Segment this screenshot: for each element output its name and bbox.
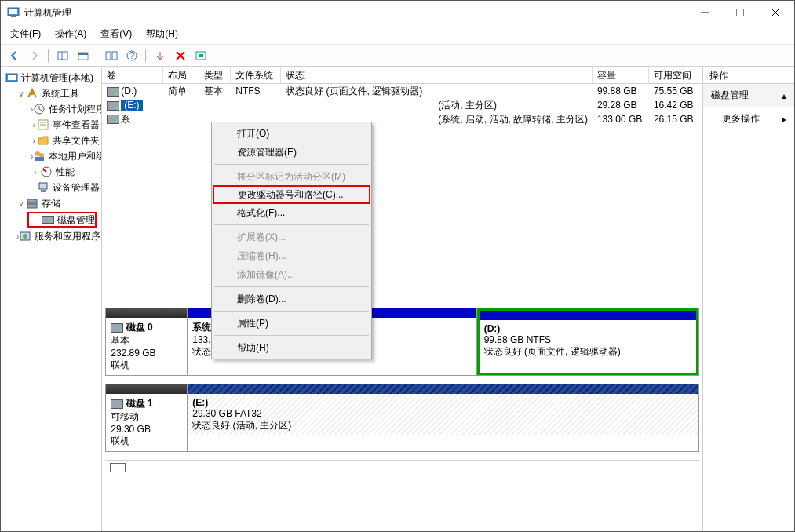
svg-rect-28: [35, 157, 44, 161]
svg-rect-7: [58, 52, 67, 60]
titlebar[interactable]: 计算机管理: [1, 1, 794, 24]
tree-services-apps[interactable]: ›服务和应用程序: [2, 228, 100, 244]
drive-icon: [107, 115, 119, 124]
window-title: 计算机管理: [24, 6, 687, 20]
svg-point-35: [23, 234, 27, 239]
toolbar: ?: [1, 45, 794, 67]
cm-properties[interactable]: 属性(P): [213, 314, 370, 333]
chevron-up-icon[interactable]: ▴: [782, 90, 786, 101]
disk-icon: [42, 216, 54, 224]
disk-label[interactable]: 磁盘 0 基本 232.89 GB 联机: [105, 308, 187, 376]
svg-rect-11: [106, 52, 111, 60]
cm-shrink: 压缩卷(H)...: [213, 246, 370, 265]
disk-row[interactable]: 磁盘 1 可移动 29.30 GB 联机 (E:) 29.30 GB FAT32…: [105, 384, 699, 452]
volume-grid-header: 卷 布局 类型 文件系统 状态 容量 可用空间: [102, 67, 702, 84]
cm-format[interactable]: 格式化(F)...: [213, 203, 370, 222]
menu-action[interactable]: 操作(A): [50, 26, 91, 42]
partition-d[interactable]: (D:) 99.88 GB NTFS 状态良好 (页面文件, 逻辑驱动器): [477, 308, 698, 375]
volume-grid[interactable]: (D:) 简单 基本 NTFS 状态良好 (页面文件, 逻辑驱动器) 99.88…: [102, 84, 702, 304]
actions-header: 操作: [703, 67, 794, 84]
cm-mirror: 添加镜像(A)...: [213, 265, 370, 284]
svg-rect-33: [27, 204, 37, 208]
forward-button[interactable]: [25, 47, 44, 64]
legend-bar: [105, 460, 699, 474]
close-button[interactable]: [757, 2, 793, 24]
svg-rect-2: [11, 16, 16, 17]
svg-text:?: ?: [129, 50, 135, 61]
col-status[interactable]: 状态: [281, 67, 593, 83]
help-button[interactable]: ?: [122, 47, 141, 64]
col-capacity[interactable]: 容量: [593, 67, 649, 83]
chevron-right-icon: ▸: [782, 114, 786, 125]
col-free[interactable]: 可用空间: [649, 67, 702, 83]
tree-device-manager[interactable]: 设备管理器: [2, 180, 100, 195]
actions-pane: 操作 磁盘管理▴ 更多操作▸: [703, 67, 794, 531]
tree-system-tools[interactable]: v系统工具: [2, 86, 100, 101]
menu-help[interactable]: 帮助(H): [141, 26, 183, 42]
drive-icon: [107, 87, 119, 97]
cm-help[interactable]: 帮助(H): [213, 338, 370, 357]
svg-rect-32: [27, 199, 37, 203]
partition-e[interactable]: (E:) 29.30 GB FAT32 状态良好 (活动, 主分区): [188, 384, 698, 451]
cm-delete[interactable]: 删除卷(D)...: [213, 290, 370, 308]
svg-rect-10: [78, 53, 88, 55]
svg-rect-18: [199, 54, 203, 57]
actions-title: 磁盘管理▴: [703, 84, 794, 107]
cm-change-drive-letter[interactable]: 更改驱动器号和路径(C)...: [213, 185, 370, 204]
svg-rect-30: [39, 183, 47, 189]
col-fs[interactable]: 文件系统: [231, 67, 281, 83]
context-menu: 打开(O) 资源管理器(E) 将分区标记为活动分区(M) 更改驱动器号和路径(C…: [211, 122, 372, 359]
svg-rect-4: [736, 9, 744, 16]
table-row[interactable]: 系 (系统, 启动, 活动, 故障转储, 主分区) 133.00 GB 26.1…: [102, 112, 702, 126]
toolbar-btn-1[interactable]: [53, 47, 72, 64]
tree-task-scheduler[interactable]: ›任务计划程序: [2, 101, 100, 117]
svg-rect-31: [41, 190, 46, 192]
minimize-button[interactable]: [687, 2, 722, 24]
cm-open[interactable]: 打开(O): [213, 124, 370, 143]
col-volume[interactable]: 卷: [102, 67, 163, 83]
disk-row[interactable]: 磁盘 0 基本 232.89 GB 联机 系统 (C:) 133.00 GB N…: [105, 308, 699, 376]
svg-rect-20: [8, 75, 16, 80]
svg-point-21: [31, 92, 34, 95]
main-content: 卷 布局 类型 文件系统 状态 容量 可用空间 (D:) 简单 基本 NTFS …: [102, 67, 703, 531]
table-row[interactable]: (E:) (活动, 主分区) 29.28 GB 16.42 GB: [102, 98, 702, 112]
col-type[interactable]: 类型: [199, 67, 231, 83]
properties-button[interactable]: [74, 47, 93, 64]
delete-button[interactable]: [171, 47, 190, 64]
tree-root[interactable]: 计算机管理(本地): [2, 70, 100, 86]
tree-storage[interactable]: v存储: [2, 195, 100, 211]
tree-disk-management[interactable]: 磁盘管理: [27, 212, 97, 228]
cm-extend: 扩展卷(X)...: [213, 228, 370, 246]
toolbar-btn-3[interactable]: [151, 47, 170, 64]
back-button[interactable]: [5, 47, 24, 64]
tree-performance[interactable]: ›性能: [2, 164, 100, 180]
tree-event-viewer[interactable]: ›事件查看器: [2, 117, 100, 133]
cm-mark-active: 将分区标记为活动分区(M): [213, 167, 370, 186]
disk-label[interactable]: 磁盘 1 可移动 29.30 GB 联机: [105, 384, 187, 452]
svg-rect-1: [9, 9, 17, 14]
menu-view[interactable]: 查看(V): [96, 26, 137, 42]
actions-more[interactable]: 更多操作▸: [703, 107, 794, 130]
navigation-tree[interactable]: 计算机管理(本地) v系统工具 ›任务计划程序 ›事件查看器 ›共享文件夹 ›本…: [1, 67, 102, 531]
disk-graphical-view: 磁盘 0 基本 232.89 GB 联机 系统 (C:) 133.00 GB N…: [102, 304, 702, 474]
toolbar-btn-4[interactable]: [191, 47, 210, 64]
app-icon: [7, 6, 20, 19]
table-row[interactable]: (D:) 简单 基本 NTFS 状态良好 (页面文件, 逻辑驱动器) 99.88…: [102, 84, 702, 98]
disk-icon: [111, 323, 123, 333]
tree-local-users[interactable]: ›本地用户和组: [2, 148, 100, 164]
menu-file[interactable]: 文件(F): [5, 26, 46, 42]
disk-icon: [111, 399, 123, 409]
svg-rect-12: [112, 52, 117, 60]
computer-management-window: 计算机管理 文件(F) 操作(A) 查看(V) 帮助(H) ? 计算机管理(本: [0, 0, 795, 532]
menubar: 文件(F) 操作(A) 查看(V) 帮助(H): [1, 24, 794, 45]
tree-shared-folders[interactable]: ›共享文件夹: [2, 133, 100, 148]
drive-icon: [107, 101, 119, 111]
maximize-button[interactable]: [722, 2, 757, 24]
col-layout[interactable]: 布局: [163, 67, 199, 83]
cm-explorer[interactable]: 资源管理器(E): [213, 143, 370, 162]
toolbar-btn-2[interactable]: [102, 47, 121, 64]
